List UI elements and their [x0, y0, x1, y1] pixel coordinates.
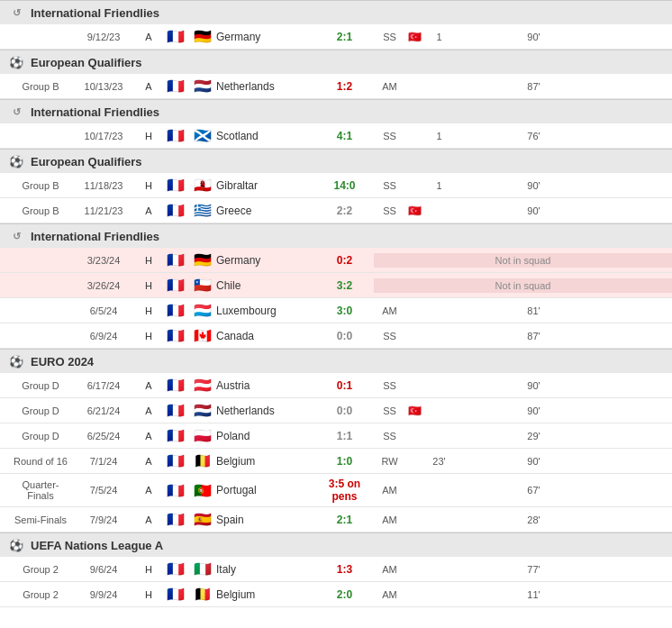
match-score: 3:5 on pens — [315, 478, 374, 503]
match-date: 7/9/24 — [72, 514, 135, 525]
match-date: 9/9/24 — [72, 589, 135, 600]
match-position: AM — [374, 485, 405, 496]
match-row[interactable]: Round of 167/1/24A🇫🇷🇧🇪Belgium1:0RW23'90' — [0, 449, 672, 474]
match-row[interactable]: Group 29/9/24H🇫🇷🇧🇪Belgium2:0AM11' — [0, 582, 672, 607]
match-date: 6/21/24 — [72, 405, 135, 416]
match-position: SS — [374, 205, 405, 216]
section-label: EURO 2024 — [31, 355, 94, 369]
not-in-squad-label: Not in squad — [374, 253, 672, 268]
section-label: International Friendlies — [31, 6, 159, 20]
match-opponent[interactable]: Spain — [216, 514, 315, 526]
section-label: UEFA Nations League A — [31, 539, 163, 552]
match-group: Quarter-Finals — [0, 479, 72, 501]
match-group: Group B — [0, 205, 72, 216]
team-flag-away: 🇩🇪 — [189, 28, 216, 45]
match-minutes: 28' — [518, 514, 549, 525]
match-opponent[interactable]: Netherlands — [216, 405, 315, 417]
match-group: Group D — [0, 380, 72, 391]
section-icon: ⚽ — [9, 538, 23, 552]
match-opponent[interactable]: Belgium — [216, 455, 315, 468]
match-position: AM — [374, 305, 405, 316]
match-opponent[interactable]: Germany — [216, 254, 315, 267]
team-flag-away: 🇵🇱 — [189, 427, 216, 444]
match-home-away: A — [135, 456, 162, 467]
match-group: Group 2 — [0, 564, 72, 575]
match-card: 🇹🇷 — [405, 205, 423, 217]
match-opponent[interactable]: Italy — [216, 563, 315, 576]
team-flag-away: 🇬🇮 — [189, 177, 216, 194]
match-opponent[interactable]: Canada — [216, 330, 315, 342]
match-position: AM — [374, 514, 405, 525]
match-row[interactable]: 3/26/24H🇫🇷🇨🇱Chile3:2Not in squad — [0, 273, 672, 298]
match-row[interactable]: Quarter-Finals7/5/24A🇫🇷🇵🇹Portugal3:5 on … — [0, 474, 672, 507]
section-label: International Friendlies — [31, 105, 159, 119]
match-score: 1:2 — [315, 80, 374, 93]
match-home-away: A — [135, 32, 162, 42]
team-flag-away: 🇵🇹 — [189, 482, 216, 499]
match-row[interactable]: 6/5/24H🇫🇷🇱🇺Luxembourg3:0AM81' — [0, 298, 672, 323]
match-row[interactable]: Semi-Finals7/9/24A🇫🇷🇪🇸Spain2:1AM28' — [0, 507, 672, 532]
match-group: Group D — [0, 405, 72, 416]
team-flag-home: 🇫🇷 — [162, 586, 189, 603]
match-score: 2:1 — [315, 514, 374, 526]
match-date: 3/26/24 — [72, 280, 135, 291]
match-date: 9/6/24 — [72, 564, 135, 575]
match-opponent[interactable]: Germany — [216, 31, 315, 43]
team-flag-home: 🇫🇷 — [162, 77, 189, 95]
team-flag-home: 🇫🇷 — [162, 251, 189, 268]
section-label: International Friendlies — [31, 230, 159, 243]
team-flag-home: 🇫🇷 — [162, 327, 189, 344]
match-position: SS — [374, 180, 405, 191]
match-opponent[interactable]: Austria — [216, 379, 315, 392]
match-extra1: 1 — [423, 131, 455, 141]
match-row[interactable]: Group D6/25/24A🇫🇷🇵🇱Poland1:1SS29' — [0, 423, 672, 449]
match-home-away: A — [135, 205, 162, 216]
match-date: 6/25/24 — [72, 431, 135, 441]
match-minutes: 77' — [518, 564, 549, 575]
match-date: 6/5/24 — [72, 305, 135, 316]
team-flag-away: 🇧🇪 — [189, 586, 216, 603]
match-score: 1:0 — [315, 455, 374, 468]
match-minutes: 90' — [518, 380, 549, 391]
match-home-away: H — [135, 180, 162, 191]
match-minutes: 81' — [518, 305, 549, 316]
match-opponent[interactable]: Belgium — [216, 588, 315, 601]
match-minutes: 87' — [518, 331, 549, 341]
match-opponent[interactable]: Portugal — [216, 484, 315, 496]
section-header-euro-qualifiers-1: ⚽European Qualifiers — [0, 50, 672, 74]
match-opponent[interactable]: Greece — [216, 205, 315, 217]
match-opponent[interactable]: Scotland — [216, 130, 315, 142]
match-row[interactable]: 6/9/24H🇫🇷🇨🇦Canada0:0SS87' — [0, 323, 672, 349]
match-row[interactable]: Group B11/18/23H🇫🇷🇬🇮Gibraltar14:0SS190' — [0, 173, 672, 198]
match-opponent[interactable]: Chile — [216, 279, 315, 292]
match-row[interactable]: Group B11/21/23A🇫🇷🇬🇷Greece2:2SS🇹🇷90' — [0, 198, 672, 223]
match-score: 1:1 — [315, 430, 374, 442]
section-icon: ⚽ — [9, 154, 23, 168]
team-flag-home: 🇫🇷 — [162, 28, 189, 45]
match-opponent[interactable]: Netherlands — [216, 80, 315, 93]
match-group: Group D — [0, 431, 72, 441]
match-row[interactable]: Group D6/21/24A🇫🇷🇳🇱Netherlands0:0SS🇹🇷90' — [0, 398, 672, 423]
section-icon: ↺ — [9, 229, 23, 243]
match-row[interactable]: 9/12/23A🇫🇷🇩🇪Germany2:1SS🇹🇷190' — [0, 24, 672, 50]
match-row[interactable]: 10/17/23H🇫🇷🏴󠁧󠁢󠁳󠁣󠁴󠁿Scotland4:1SS176' — [0, 123, 672, 149]
team-flag-home: 🇫🇷 — [162, 177, 189, 194]
team-flag-away: 🇧🇪 — [189, 452, 216, 469]
match-row[interactable]: Group D6/17/24A🇫🇷🇦🇹Austria0:1SS90' — [0, 373, 672, 398]
match-home-away: H — [135, 564, 162, 575]
match-row[interactable]: 3/23/24H🇫🇷🇩🇪Germany0:2Not in squad — [0, 248, 672, 273]
match-position: SS — [374, 431, 405, 441]
match-date: 6/17/24 — [72, 380, 135, 391]
team-flag-home: 🇫🇷 — [162, 427, 189, 444]
match-opponent[interactable]: Poland — [216, 430, 315, 442]
match-opponent[interactable]: Luxembourg — [216, 305, 315, 317]
match-row[interactable]: Group B10/13/23A🇫🇷🇳🇱Netherlands1:2AM87' — [0, 74, 672, 99]
match-minutes: 90' — [518, 205, 549, 216]
team-flag-away: 🇪🇸 — [189, 511, 216, 528]
match-date: 7/5/24 — [72, 485, 135, 496]
match-row[interactable]: Group 29/6/24H🇫🇷🇮🇹Italy1:3AM77' — [0, 557, 672, 582]
section-icon: ↺ — [9, 5, 23, 20]
match-opponent[interactable]: Gibraltar — [216, 179, 315, 192]
match-minutes: 90' — [518, 32, 549, 42]
match-score: 1:3 — [315, 563, 374, 576]
